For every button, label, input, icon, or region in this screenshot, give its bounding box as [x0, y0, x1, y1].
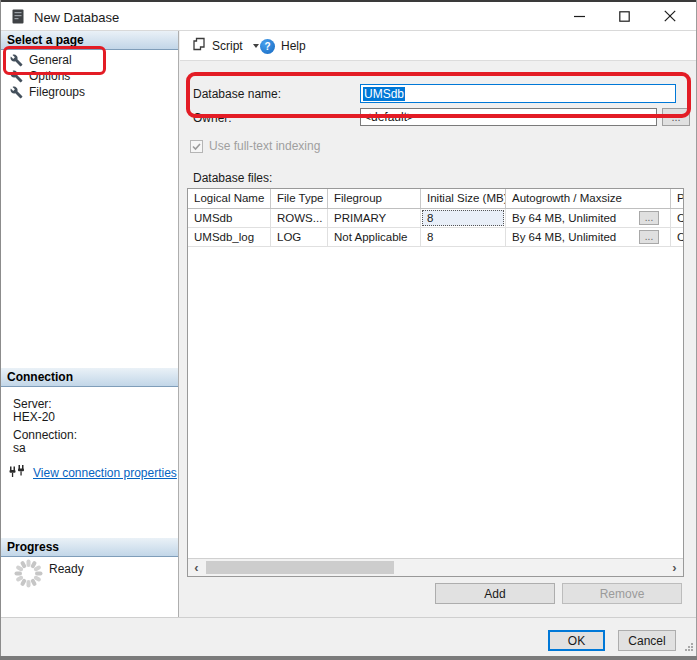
connection-properties-icon — [9, 464, 26, 482]
column-header-filegroup: Filegroup — [328, 189, 421, 208]
column-header-initial-size: Initial Size (MB) — [421, 189, 506, 208]
table-header-row: Logical Name File Type Filegroup Initial… — [188, 189, 683, 209]
autogrowth-value: By 64 MB, Unlimited — [512, 231, 616, 243]
table-row: UMSdb ROWS... PRIMARY 8 By 64 MB, Unlimi… — [188, 209, 683, 228]
selected-cell-value[interactable]: 8 — [422, 210, 504, 226]
close-button[interactable] — [647, 2, 692, 30]
sidebar: Select a page General Options Filegroups… — [1, 31, 179, 618]
general-page-content: Database name: UMSdb Owner: <default> ..… — [180, 62, 696, 617]
cell-initial-size[interactable]: 8 — [421, 228, 506, 246]
database-name-value: UMSdb — [363, 87, 405, 101]
autogrowth-value: By 64 MB, Unlimited — [512, 212, 616, 224]
sidebar-item-label: General — [29, 53, 72, 67]
cell-path[interactable]: C: — [671, 209, 683, 227]
database-name-label: Database name: — [193, 87, 281, 101]
owner-value: <default> — [364, 110, 414, 124]
help-button-label: Help — [281, 39, 306, 53]
progress-status: Ready — [49, 562, 84, 576]
connection-header: Connection — [1, 368, 178, 387]
database-files-table: Logical Name File Type Filegroup Initial… — [187, 188, 684, 577]
sidebar-item-filegroups[interactable]: Filegroups — [1, 84, 178, 100]
column-header-logical-name: Logical Name — [188, 189, 271, 208]
sidebar-item-label: Filegroups — [29, 85, 85, 99]
database-window-icon — [12, 9, 24, 28]
progress-spinner-icon — [13, 558, 44, 593]
scrollbar-thumb[interactable] — [206, 561, 394, 574]
table-row: UMSdb_log LOG Not Applicable 8 By 64 MB,… — [188, 228, 683, 247]
cell-filegroup[interactable]: PRIMARY — [328, 209, 421, 227]
fulltext-checkbox-label: Use full-text indexing — [209, 139, 320, 153]
cell-logical-name[interactable]: UMSdb_log — [188, 228, 271, 246]
view-connection-properties-link[interactable]: View connection properties — [33, 466, 177, 480]
window-edge — [0, 656, 697, 660]
sidebar-item-label: Options — [29, 69, 70, 83]
cancel-button[interactable]: Cancel — [618, 630, 676, 651]
add-button[interactable]: Add — [435, 583, 555, 604]
database-files-label: Database files: — [193, 171, 272, 185]
fulltext-checkbox[interactable] — [190, 140, 203, 153]
autogrowth-browse-button[interactable]: ... — [639, 211, 659, 225]
server-value: HEX-20 — [13, 410, 55, 424]
new-database-dialog: New Database Select a page General Optio… — [0, 0, 697, 660]
progress-header: Progress — [1, 538, 178, 557]
help-button[interactable]: ? Help — [256, 35, 310, 57]
scroll-left-icon[interactable]: ‹ — [188, 559, 205, 576]
resize-grip[interactable] — [685, 638, 694, 656]
window-title: New Database — [34, 10, 119, 25]
owner-input[interactable]: <default> — [360, 108, 657, 126]
wrench-icon — [10, 70, 23, 83]
toolbar: Script ? Help — [180, 31, 696, 61]
help-icon: ? — [260, 39, 275, 54]
cell-autogrowth[interactable]: By 64 MB, Unlimited ... — [506, 228, 671, 246]
cell-logical-name[interactable]: UMSdb — [188, 209, 271, 227]
remove-button[interactable]: Remove — [562, 583, 682, 604]
connection-label: Connection: — [13, 428, 77, 442]
database-name-input[interactable]: UMSdb — [360, 84, 676, 103]
owner-browse-button[interactable]: ... — [662, 108, 690, 126]
maximize-button[interactable] — [602, 2, 647, 30]
footer: OK Cancel — [1, 618, 696, 656]
column-header-file-type: File Type — [271, 189, 328, 208]
sidebar-item-options[interactable]: Options — [1, 68, 178, 84]
ok-button[interactable]: OK — [548, 630, 605, 651]
cell-initial-size[interactable]: 8 — [421, 209, 506, 227]
script-button-label: Script — [212, 39, 243, 53]
cell-file-type[interactable]: ROWS... — [271, 209, 328, 227]
sidebar-item-general[interactable]: General — [1, 52, 178, 68]
column-header-autogrowth: Autogrowth / Maxsize — [506, 189, 671, 208]
autogrowth-browse-button[interactable]: ... — [639, 230, 659, 244]
cell-file-type[interactable]: LOG — [271, 228, 328, 246]
owner-label: Owner: — [193, 111, 232, 125]
horizontal-scrollbar[interactable]: ‹ › — [188, 558, 683, 576]
title-bar: New Database — [1, 2, 696, 31]
script-button[interactable]: Script — [188, 35, 263, 57]
minimize-button[interactable] — [557, 2, 602, 30]
select-a-page-header: Select a page — [1, 31, 178, 50]
cell-autogrowth[interactable]: By 64 MB, Unlimited ... — [506, 209, 671, 227]
cell-path[interactable]: C: — [671, 228, 683, 246]
column-header-path: Pa — [671, 189, 683, 208]
cell-filegroup[interactable]: Not Applicable — [328, 228, 421, 246]
wrench-icon — [10, 86, 23, 99]
server-label: Server: — [13, 397, 52, 411]
connection-value: sa — [13, 441, 26, 455]
script-icon — [192, 37, 206, 55]
scroll-right-icon[interactable]: › — [666, 559, 683, 576]
wrench-icon — [10, 54, 23, 67]
